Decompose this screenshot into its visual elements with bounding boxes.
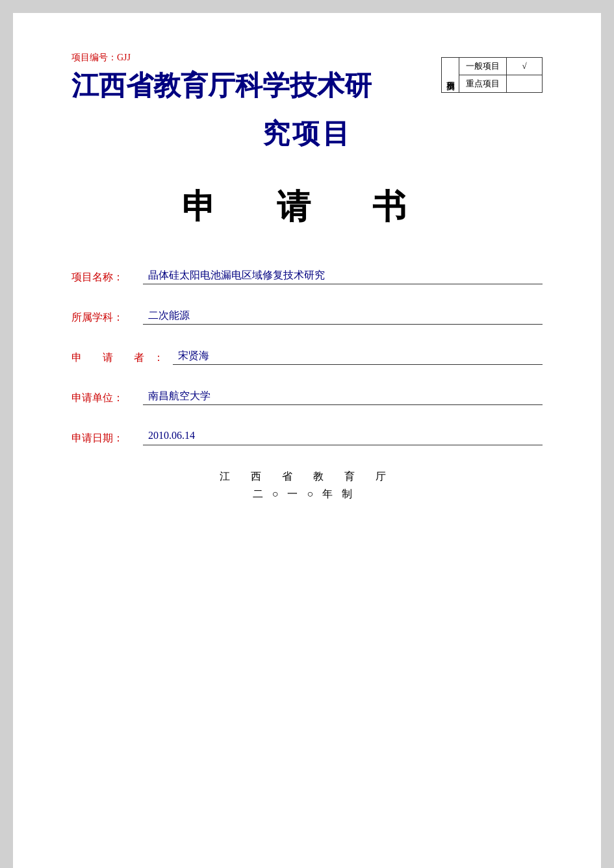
applicant-value: 宋贤海 — [173, 349, 543, 365]
unit-value: 南昌航空大学 — [143, 390, 543, 405]
shen-qing-shu-title: 申 请 书 — [71, 184, 543, 230]
main-title-row: 江西省教育厅科学技术研 — [71, 68, 435, 104]
header-left: 项目编号：GJJ 江西省教育厅科学技术研 — [71, 52, 435, 104]
subtitle-line: 究项目 — [71, 116, 543, 152]
footer-area: 江 西 省 教 育 厅 二○一○年制 — [71, 470, 543, 501]
key-project-label: 重点项目 — [459, 75, 507, 93]
main-title: 江西省教育厅科学技术研 — [71, 68, 372, 104]
project-name-label: 项目名称： — [71, 271, 143, 284]
form-section: 项目名称： 晶体硅太阳电池漏电区域修复技术研究 所属学科： 二次能源 申 请 者… — [71, 269, 543, 445]
document-page: 项目编号：GJJ 江西省教育厅科学技术研 项目类别 一般项目 √ 重点项目 究项… — [13, 13, 601, 868]
footer-line2: 二○一○年制 — [71, 488, 543, 501]
project-number: 项目编号：GJJ — [71, 52, 435, 64]
project-name-row: 项目名称： 晶体硅太阳电池漏电区域修复技术研究 — [71, 269, 543, 284]
date-value: 2010.06.14 — [143, 430, 543, 445]
general-project-label: 一般项目 — [459, 58, 507, 75]
key-project-check — [507, 75, 543, 93]
discipline-row: 所属学科： 二次能源 — [71, 309, 543, 325]
applicant-row: 申 请 者： 宋贤海 — [71, 349, 543, 365]
discipline-label: 所属学科： — [71, 311, 143, 325]
footer-line1: 江 西 省 教 育 厅 — [71, 470, 543, 484]
header-area: 项目编号：GJJ 江西省教育厅科学技术研 项目类别 一般项目 √ 重点项目 — [71, 52, 543, 104]
general-project-check: √ — [507, 58, 543, 75]
category-label: 项目类别 — [442, 58, 459, 93]
unit-row: 申请单位： 南昌航空大学 — [71, 390, 543, 405]
date-row: 申请日期： 2010.06.14 — [71, 430, 543, 445]
discipline-value: 二次能源 — [143, 309, 543, 325]
applicant-label: 申 请 者： — [71, 351, 173, 365]
project-name-value: 晶体硅太阳电池漏电区域修复技术研究 — [143, 269, 543, 284]
unit-label: 申请单位： — [71, 391, 143, 405]
category-table: 项目类别 一般项目 √ 重点项目 — [441, 57, 543, 93]
date-label: 申请日期： — [71, 432, 143, 445]
